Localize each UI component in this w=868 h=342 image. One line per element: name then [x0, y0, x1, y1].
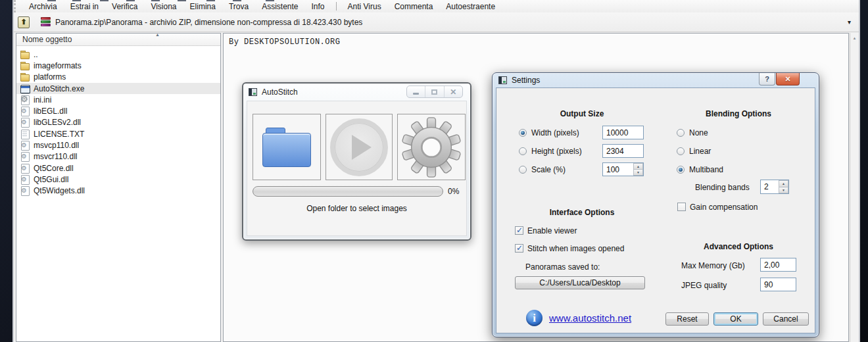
- open-folder-icon: [262, 133, 311, 167]
- file-row[interactable]: Qt5Widgets.dll: [16, 185, 220, 197]
- file-row[interactable]: ini.ini: [16, 94, 220, 105]
- menu-item[interactable]: Elimina: [183, 2, 222, 11]
- width-label: Width (pixels): [531, 128, 579, 137]
- file-name: platforms: [34, 72, 66, 82]
- max-memory-input[interactable]: [760, 258, 796, 272]
- toolbar-icon-remnant: [47, 0, 56, 1]
- menu-bar: ArchiviaEstrai inVerificaVisionaEliminaT…: [14, 0, 859, 12]
- up-one-level-button[interactable]: ⬆: [18, 16, 30, 28]
- column-header-name[interactable]: Nome oggetto ▲: [16, 34, 220, 46]
- file-icon: [20, 95, 30, 105]
- enable-viewer-checkbox[interactable]: [515, 226, 523, 235]
- file-row[interactable]: libGLESv2.dll: [16, 117, 220, 128]
- scale-radio[interactable]: [519, 166, 527, 174]
- file-name: Qt5Widgets.dll: [34, 186, 85, 195]
- file-icon: [20, 50, 30, 59]
- reset-button[interactable]: Reset: [665, 312, 709, 326]
- cancel-button[interactable]: Cancel: [763, 312, 809, 326]
- blend-none-radio[interactable]: [677, 129, 685, 137]
- vertical-scrollbar[interactable]: ▲: [850, 33, 859, 342]
- file-icon: [20, 152, 30, 161]
- stitch-play-button[interactable]: [326, 114, 393, 180]
- close-button[interactable]: ✕: [445, 86, 462, 97]
- blend-multiband-label: Multiband: [689, 165, 723, 174]
- autostitch-client: 0% Open folder to select images: [247, 101, 467, 236]
- sort-arrow-icon: ▲: [155, 32, 160, 37]
- open-folder-button[interactable]: [253, 114, 321, 180]
- file-row[interactable]: LICENSE.TXT: [16, 128, 220, 139]
- save-path-button[interactable]: C:/Users/Luca/Desktop: [515, 276, 645, 289]
- ok-button[interactable]: OK: [713, 312, 758, 326]
- spin-up-icon[interactable]: ▲: [633, 163, 643, 169]
- blending-bands-spinner: ▲▼: [760, 180, 789, 194]
- menu-item[interactable]: Verifica: [105, 2, 144, 11]
- height-radio[interactable]: [519, 147, 527, 155]
- stitch-on-open-checkbox[interactable]: [515, 244, 523, 253]
- toolbar-icon-remnant: [206, 0, 215, 1]
- file-icon: [20, 130, 30, 139]
- menu-item[interactable]: Trova: [222, 2, 255, 11]
- minimize-button[interactable]: [407, 86, 425, 97]
- address-dropdown-icon[interactable]: ▾: [845, 18, 854, 26]
- minimize-icon: [413, 93, 419, 95]
- blend-linear-radio[interactable]: [677, 147, 685, 155]
- help-button[interactable]: ?: [759, 73, 775, 86]
- file-name: msvcr110.dll: [34, 152, 77, 161]
- spin-down-icon[interactable]: ▼: [779, 187, 788, 194]
- menu-item[interactable]: Assistente: [255, 2, 304, 11]
- blend-multiband-radio[interactable]: [677, 166, 685, 174]
- maximize-button[interactable]: [425, 86, 444, 97]
- menu-item[interactable]: Estrai in: [64, 2, 105, 11]
- gain-compensation-checkbox[interactable]: [677, 203, 686, 211]
- height-input[interactable]: [602, 144, 644, 158]
- output-size-heading: Output Size: [529, 109, 635, 118]
- file-row[interactable]: Qt5Gui.dll: [16, 174, 220, 185]
- spin-down-icon[interactable]: ▼: [633, 169, 643, 176]
- blending-bands-label: Blending bands: [695, 183, 750, 192]
- file-icon: [20, 118, 30, 127]
- file-name: Qt5Gui.dll: [34, 175, 68, 184]
- settings-gear-button[interactable]: [397, 114, 466, 180]
- info-icon: i: [526, 310, 542, 326]
- file-row[interactable]: msvcr110.dll: [16, 151, 220, 162]
- menu-item[interactable]: Info: [305, 2, 331, 11]
- address-bar: ⬆ Panorama.zip\Panorama - archivio ZIP, …: [14, 12, 859, 32]
- file-row[interactable]: imageformats: [16, 60, 220, 71]
- menu-item[interactable]: Autoestraente: [439, 2, 502, 11]
- jpeg-quality-input[interactable]: [760, 278, 796, 291]
- file-name: Qt5Core.dll: [34, 164, 74, 173]
- dialog-close-button[interactable]: ✕: [776, 73, 800, 86]
- scale-spinner: ▲▼: [602, 162, 644, 176]
- autostitch-website-link[interactable]: www.autostitch.net: [549, 312, 631, 324]
- file-icon: [20, 61, 30, 70]
- width-radio[interactable]: [519, 129, 527, 137]
- settings-title: Settings: [512, 76, 540, 85]
- file-name: imageformats: [34, 61, 82, 70]
- menu-item[interactable]: Anti Virus: [341, 2, 388, 11]
- menu-item[interactable]: [336, 2, 337, 11]
- archive-icon: [41, 17, 51, 27]
- file-name: msvcp110.dll: [34, 141, 79, 150]
- menu-item[interactable]: Visiona: [144, 2, 183, 11]
- menu-item[interactable]: Commenta: [388, 2, 440, 11]
- file-name: AutoStitch.exe: [34, 84, 84, 93]
- width-input[interactable]: [602, 126, 644, 139]
- blend-none-label: None: [689, 128, 708, 137]
- file-row[interactable]: platforms: [16, 72, 220, 83]
- saved-to-label: Panoramas saved to:: [525, 262, 600, 272]
- scroll-up-arrow-icon[interactable]: ▲: [850, 33, 859, 43]
- up-arrow-icon: ⬆: [20, 18, 26, 26]
- menu-item[interactable]: Archivia: [22, 2, 64, 11]
- blend-linear-label: Linear: [689, 147, 711, 156]
- spin-up-icon[interactable]: ▲: [779, 180, 788, 187]
- file-row[interactable]: ..: [16, 49, 220, 60]
- file-row[interactable]: Qt5Core.dll: [16, 162, 220, 174]
- file-row[interactable]: AutoStitch.exe: [16, 83, 220, 94]
- file-row[interactable]: msvcp110.dll: [16, 139, 220, 151]
- toolbar-icon-remnant: [266, 0, 274, 1]
- toolbar-icon-remnant: [72, 0, 81, 1]
- file-icon: [20, 84, 30, 93]
- archive-comment-text: By DESKTOPSOLUTION.ORG: [229, 37, 843, 47]
- close-icon: ✕: [450, 87, 456, 97]
- file-row[interactable]: libEGL.dll: [16, 105, 220, 116]
